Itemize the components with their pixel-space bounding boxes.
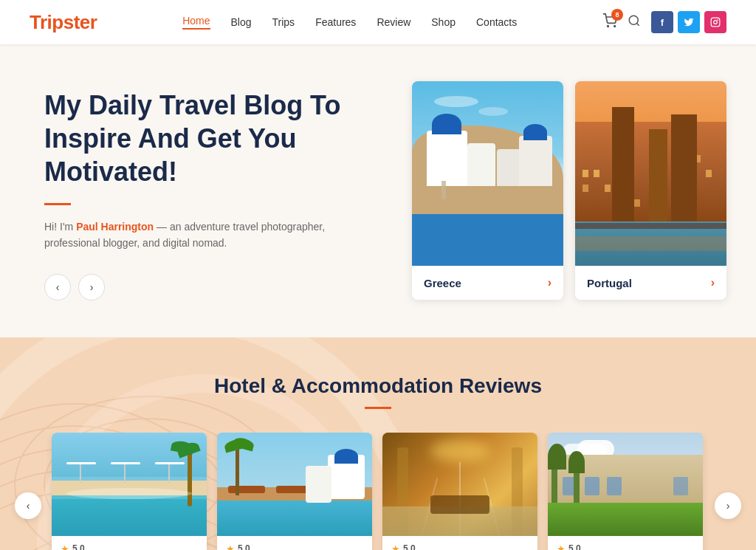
cart-button[interactable]: 8 bbox=[602, 13, 617, 31]
portugal-arrow-icon[interactable]: › bbox=[711, 276, 715, 289]
cart-badge: 8 bbox=[611, 9, 623, 21]
greece-card-footer[interactable]: Greece › bbox=[412, 266, 563, 300]
hotel-4-stars: ★ 5.0 bbox=[557, 543, 694, 550]
hotel-1-rating: 5.0 bbox=[72, 543, 85, 550]
hero-content: My Daily Travel Blog To Inspire And Get … bbox=[44, 81, 377, 300]
svg-point-2 bbox=[629, 16, 638, 24]
greece-image bbox=[412, 81, 563, 266]
hotel-card-4: ★ 5.0 Pousoin de Gracia Hotel bbox=[548, 433, 703, 550]
main-nav: Home Blog Trips Features Review Shop Con… bbox=[182, 15, 517, 30]
portugal-card-footer[interactable]: Portugal › bbox=[575, 266, 726, 300]
hotel-1-body: ★ 5.0 Windemere Hotel bbox=[52, 536, 207, 550]
nav-blog[interactable]: Blog bbox=[231, 16, 252, 28]
nav-contacts[interactable]: Contacts bbox=[476, 16, 517, 28]
carousel-prev-button[interactable]: ‹ bbox=[15, 492, 41, 519]
hero-divider bbox=[44, 203, 71, 205]
header-actions: 8 f bbox=[602, 11, 726, 33]
svg-line-3 bbox=[636, 23, 639, 25]
nav-review[interactable]: Review bbox=[377, 16, 410, 28]
nav-trips[interactable]: Trips bbox=[272, 16, 295, 28]
hotel-card-2: ★ 5.0 Dana Longhous Hotel bbox=[217, 433, 372, 550]
hotel-3-stars: ★ 5.0 bbox=[391, 543, 529, 550]
hero-title: My Daily Travel Blog To Inspire And Get … bbox=[44, 89, 377, 188]
hotel-4-rating: 5.0 bbox=[568, 543, 581, 550]
hotel-2-rating: 5.0 bbox=[238, 543, 250, 550]
svg-rect-4 bbox=[711, 18, 720, 27]
greece-label: Greece bbox=[424, 277, 461, 289]
hero-prev-button[interactable]: ‹ bbox=[44, 274, 71, 300]
nav-shop[interactable]: Shop bbox=[431, 16, 456, 28]
hotel-2-body: ★ 5.0 Dana Longhous Hotel bbox=[217, 536, 372, 550]
logo[interactable]: Tripster bbox=[30, 11, 97, 34]
author-name: Paul Harrington bbox=[76, 221, 154, 233]
portugal-image bbox=[575, 81, 726, 266]
hotel-carousel: ‹ bbox=[15, 433, 741, 550]
nav-features[interactable]: Features bbox=[315, 16, 356, 28]
portugal-label: Portugal bbox=[587, 277, 632, 289]
twitter-button[interactable] bbox=[678, 11, 700, 33]
svg-point-6 bbox=[718, 20, 718, 21]
hotel-1-image bbox=[52, 433, 207, 536]
hotel-4-body: ★ 5.0 Pousoin de Gracia Hotel bbox=[548, 536, 703, 550]
destination-card-portugal: Portugal › bbox=[575, 81, 726, 300]
svg-point-1 bbox=[614, 26, 616, 27]
hotel-card-1: ★ 5.0 Windemere Hotel bbox=[52, 433, 207, 550]
svg-point-0 bbox=[608, 26, 609, 27]
header: Tripster Home Blog Trips Features Review… bbox=[0, 0, 756, 44]
logo-accent: ster bbox=[63, 11, 97, 33]
hotel-3-body: ★ 5.0 Ashdown Park Hotel bbox=[382, 536, 537, 550]
hotel-2-image bbox=[217, 433, 372, 536]
social-links: f bbox=[651, 11, 726, 33]
hotel-1-stars: ★ 5.0 bbox=[61, 543, 198, 550]
hotel-4-image bbox=[548, 433, 703, 536]
greece-arrow-icon[interactable]: › bbox=[548, 276, 551, 289]
hotel-cards: ★ 5.0 Windemere Hotel bbox=[41, 433, 715, 550]
hero-description: Hi! I'm Paul Harrington — an adventure t… bbox=[44, 219, 377, 252]
nav-home[interactable]: Home bbox=[182, 15, 210, 30]
destination-card-greece: Greece › bbox=[412, 81, 563, 300]
carousel-next-button[interactable]: › bbox=[715, 492, 741, 519]
logo-text: Trip bbox=[30, 11, 63, 33]
instagram-button[interactable] bbox=[704, 11, 726, 33]
hotel-section: Hotel & Accommodation Reviews ‹ bbox=[0, 337, 756, 550]
hero-next-button[interactable]: › bbox=[78, 274, 105, 300]
search-button[interactable] bbox=[628, 14, 641, 30]
hero-section: My Daily Travel Blog To Inspire And Get … bbox=[0, 44, 756, 337]
destination-cards: Greece › bbox=[377, 81, 726, 300]
facebook-button[interactable]: f bbox=[651, 11, 673, 33]
hotel-3-rating: 5.0 bbox=[403, 543, 416, 550]
hotel-3-image bbox=[382, 433, 537, 536]
svg-point-5 bbox=[714, 21, 718, 24]
hotel-2-stars: ★ 5.0 bbox=[226, 543, 363, 550]
hotel-section-divider bbox=[365, 407, 391, 409]
hero-navigation: ‹ › bbox=[44, 274, 377, 300]
hotel-card-3: ★ 5.0 Ashdown Park Hotel bbox=[382, 433, 537, 550]
hotel-section-title: Hotel & Accommodation Reviews bbox=[15, 374, 741, 398]
